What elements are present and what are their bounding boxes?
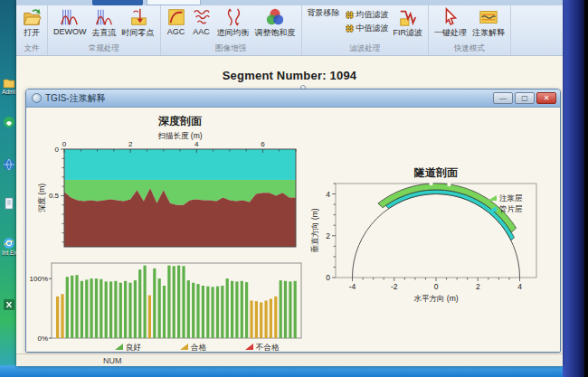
- ribbon-group-快速模式: 一键处理注浆解释快速模式: [429, 5, 511, 55]
- svg-text:0.5: 0.5: [49, 192, 60, 200]
- ribbon-button-label: FIR滤波: [394, 27, 423, 39]
- svg-text:垂直方向 (m): 垂直方向 (m): [310, 208, 319, 252]
- svg-text:4: 4: [326, 190, 330, 199]
- ribbon-button-trace-equalize[interactable]: 道间均衡: [214, 6, 252, 40]
- ribbon-group-label: 文件: [19, 43, 44, 55]
- ribbon-button-agc[interactable]: AGC: [164, 6, 189, 37]
- agc-icon: [166, 7, 186, 27]
- ribbon-button-grouting-interpret[interactable]: 注浆解释: [469, 6, 507, 40]
- desktop-icon-label: Admi: [2, 89, 15, 95]
- grouting-interpret-icon: [479, 7, 498, 27]
- svg-text:-2: -2: [391, 282, 398, 291]
- ribbon-small-button-stack: 均值滤波中值滤波: [343, 6, 391, 35]
- desktop-icon-excel[interactable]: [2, 298, 15, 311]
- ribbon-group-文件: 打开文件: [16, 5, 48, 55]
- ribbon-button-bg-remove[interactable]: 背景移除: [305, 6, 343, 20]
- desktop-background: AdmiInt Exp: [0, 0, 18, 377]
- ribbon-button-mean-filter[interactable]: 均值滤波: [343, 8, 391, 22]
- ribbon-button-aac[interactable]: AAC: [189, 6, 214, 37]
- quality-bar-chart: 0%100%良好合格不合格: [28, 258, 310, 353]
- main-application-window: 打开文件DEWOW去直流时间零点常规处理AGCAAC道间均衡调整饱和度图像增强背…: [16, 0, 563, 366]
- mean-filter-icon: [345, 10, 355, 20]
- desktop-icon-document[interactable]: [2, 197, 15, 210]
- screen: AdmiInt Exp 打开文件DEWOW去直流时间零点常规处理AGCAAC道间…: [0, 0, 588, 377]
- ribbon-button-label: AAC: [193, 27, 210, 36]
- svg-text:扫描长度 (m): 扫描长度 (m): [157, 131, 202, 140]
- tgis-window: TGIS-注浆解释 — ▢ ✕ 深度剖面扫描长度 (m)024600.5深度 (…: [25, 89, 561, 353]
- minimize-button[interactable]: —: [493, 92, 513, 104]
- ribbon-button-label: 注浆解释: [472, 27, 505, 39]
- ribbon-button-fir-filter[interactable]: FIR滤波: [391, 6, 426, 40]
- svg-text:100%: 100%: [30, 275, 48, 283]
- fir-filter-icon: [398, 7, 418, 27]
- tgis-window-title: TGIS-注浆解释: [45, 92, 493, 105]
- maximize-button[interactable]: ▢: [515, 92, 535, 104]
- ribbon-group-滤波处理: 背景移除均值滤波中值滤波FIR滤波滤波处理: [302, 5, 430, 55]
- ribbon-button-remove-dc[interactable]: 去直流: [90, 6, 119, 40]
- tgis-title-bar[interactable]: TGIS-注浆解释 — ▢ ✕: [26, 90, 560, 108]
- ribbon-group-label: 快速模式: [432, 43, 507, 55]
- ribbon-button-one-key[interactable]: 一键处理: [432, 6, 469, 40]
- svg-text:0: 0: [55, 146, 60, 154]
- svg-text:良好: 良好: [126, 343, 141, 352]
- open-folder-icon: [22, 7, 42, 27]
- ribbon-button-label: 均值滤波: [356, 9, 389, 21]
- desktop-icon-network-globe[interactable]: [2, 158, 15, 171]
- ribbon-button-label: 中值滤波: [356, 23, 389, 34]
- svg-text:隧道剖面: 隧道剖面: [414, 166, 458, 179]
- one-key-icon: [441, 7, 460, 27]
- status-bar: NUM: [16, 353, 563, 366]
- desktop-right-edge: [563, 0, 586, 377]
- ribbon-button-time-zero[interactable]: 时间零点: [119, 6, 157, 40]
- desktop-icon-baidu[interactable]: [2, 116, 15, 128]
- ribbon-button-label: 一键处理: [434, 27, 467, 39]
- close-button[interactable]: ✕: [536, 92, 556, 104]
- ribbon-button-label: 打开: [24, 27, 40, 39]
- svg-text:2: 2: [476, 282, 480, 291]
- ribbon-button-label: 去直流: [92, 27, 117, 39]
- svg-text:管片层: 管片层: [499, 204, 523, 213]
- svg-text:-4: -4: [349, 282, 356, 291]
- svg-text:深度剖面: 深度剖面: [157, 115, 202, 127]
- ribbon-group-label: 滤波处理: [305, 43, 426, 55]
- status-num-indicator: NUM: [103, 356, 122, 365]
- svg-text:4: 4: [194, 140, 199, 148]
- time-zero-icon: [128, 7, 148, 27]
- desktop-icon-label: Int Exp: [2, 250, 15, 256]
- svg-text:0: 0: [62, 140, 67, 148]
- ribbon-button-saturation[interactable]: 调整饱和度: [252, 6, 299, 40]
- median-filter-icon: [345, 24, 355, 33]
- ribbon-button-open[interactable]: 打开: [19, 6, 44, 40]
- ribbon-group-图像增强: AGCAAC道间均衡调整饱和度图像增强: [161, 5, 302, 55]
- svg-text:0%: 0%: [37, 335, 48, 343]
- svg-text:水平方向 (m): 水平方向 (m): [413, 294, 458, 303]
- svg-text:6: 6: [261, 140, 265, 148]
- segment-number-label: Segment Number: 1094: [16, 69, 563, 82]
- svg-text:合格: 合格: [190, 343, 207, 352]
- monitor-bezel: [584, 0, 588, 377]
- desktop-icon-internet-explorer[interactable]: Int Exp: [2, 237, 15, 256]
- svg-text:不合格: 不合格: [255, 343, 280, 352]
- svg-text:2: 2: [326, 231, 330, 240]
- ribbon-button-label: DEWOW: [53, 27, 87, 36]
- aac-icon: [192, 7, 212, 27]
- tgis-window-icon: [32, 93, 42, 103]
- ribbon-group-常规处理: DEWOW去直流时间零点常规处理: [48, 5, 161, 55]
- tgis-content: 深度剖面扫描长度 (m)024600.5深度 (m) 0%100%良好合格不合格…: [26, 108, 560, 353]
- ribbon-button-label: 时间零点: [122, 27, 155, 39]
- ribbon-toolbar: 打开文件DEWOW去直流时间零点常规处理AGCAAC道间均衡调整饱和度图像增强背…: [16, 5, 563, 56]
- desktop-bottom: [0, 365, 586, 377]
- ribbon-group-label: 图像增强: [164, 43, 299, 55]
- svg-text:注浆层: 注浆层: [499, 193, 523, 203]
- remove-dc-icon: [94, 7, 114, 27]
- svg-text:2: 2: [128, 140, 133, 148]
- ribbon-button-label: 背景移除: [308, 7, 340, 19]
- depth-profile-chart: 深度剖面扫描长度 (m)024600.5深度 (m): [35, 111, 307, 256]
- ribbon-button-dewow[interactable]: DEWOW: [51, 6, 90, 37]
- desktop-icon-user-folder[interactable]: Admi: [2, 76, 15, 95]
- ribbon-button-median-filter[interactable]: 中值滤波: [343, 22, 391, 35]
- dewow-icon: [60, 7, 80, 27]
- ribbon-button-label: 调整饱和度: [255, 27, 296, 39]
- window-controls: — ▢ ✕: [493, 92, 556, 104]
- svg-text:0: 0: [434, 282, 439, 291]
